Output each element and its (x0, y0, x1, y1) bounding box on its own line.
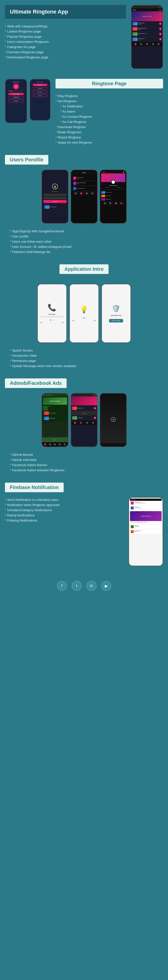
phone-icon: 📞 (48, 304, 56, 312)
feature-sub-item: As Notification (56, 104, 163, 109)
icon-row: AIT (43, 406, 67, 410)
avatar (73, 181, 77, 185)
nav-icon[interactable] (158, 43, 160, 45)
instagram-icon[interactable]: in (86, 581, 96, 591)
skip-label[interactable]: SKIP (40, 322, 42, 323)
nav-icon[interactable] (146, 43, 148, 45)
feature-item: Facebook Native Banner (10, 462, 163, 468)
item-text: Rock Dart dun oun Rock (138, 33, 158, 35)
item-text: Crazy Chicken Funny (138, 38, 158, 40)
as-contact-btn[interactable]: As Contact (33, 91, 47, 93)
nav-icon[interactable] (54, 444, 56, 445)
ringtone-phones: Ringtone Player SET RINGTONE DOWNLOAD RE… (5, 79, 51, 123)
notif-app-icon (131, 525, 134, 528)
nav-icon[interactable] (49, 444, 51, 445)
password-field-mock (43, 197, 67, 199)
act-now-btn[interactable]: ACT NOW (43, 200, 67, 203)
feature-item: Slide with category/url/Rings (5, 24, 126, 29)
nav-icon[interactable] (64, 444, 66, 445)
list-item: Rock Dart dun oun (101, 191, 125, 194)
play-btn[interactable] (94, 407, 96, 409)
nav-icon[interactable] (91, 192, 93, 194)
list-item: Alexander Tablet tro Follow (72, 181, 96, 186)
permission-screen: 🛡️ Everything is okay JOIN CHANNEL (102, 284, 131, 342)
user-profile-phone: ⊕⊕⊕🔋 STEVE MOROKA Followers Following Ro… (100, 170, 127, 224)
youtube-icon[interactable]: ▶ (101, 581, 111, 591)
skip-label[interactable]: SKIP (72, 320, 74, 321)
notif-app-icon (131, 501, 134, 504)
nav-icon[interactable] (109, 202, 111, 204)
player-play-button[interactable] (13, 84, 19, 89)
as-call-btn[interactable]: As Call (33, 94, 47, 97)
play-button[interactable] (159, 38, 162, 40)
nav-icon[interactable] (104, 202, 106, 204)
firebase-content: Send Notiifcation to unlimated users Not… (5, 497, 163, 566)
play-button[interactable] (159, 28, 162, 30)
next-label[interactable]: NEXT (61, 322, 64, 323)
users-profile-section: Users Porofile Please sign in ACT NOW Fa… (0, 150, 168, 259)
report-btn[interactable]: REPORT (8, 100, 24, 102)
list-item: Be Message (71, 415, 97, 420)
nav-icon[interactable] (134, 43, 136, 45)
feature-item: User Account : fb, twittee,instagram,Ema… (10, 244, 163, 249)
ringtone-feature-list: Play Ringtone Set Ringtone : As Notifica… (56, 93, 163, 145)
feature-item: User profile (10, 234, 163, 239)
notif-text: New ringtone categoryExplore now (134, 530, 142, 532)
intro-title-3: Everything is okay (110, 315, 122, 316)
dot-indicator (51, 320, 53, 320)
item-thumb (101, 191, 105, 194)
firebase-header: Firebase Notiifcation (5, 483, 64, 492)
play-button[interactable] (159, 33, 162, 35)
divider (101, 189, 125, 189)
feature-item: Rating Notifications (5, 513, 125, 518)
nav-icon[interactable] (75, 192, 77, 194)
intro-phone-2: 💡 SKIP NEXT (69, 284, 99, 343)
nav-icon[interactable] (115, 202, 117, 204)
nav-icon[interactable] (86, 192, 88, 194)
notification-screen: Notifications Ringtone approvedYour ring… (129, 498, 163, 566)
feature-item: Send Notiifcation to unlimated users (5, 497, 125, 502)
nav-icon[interactable] (44, 444, 46, 445)
play-btn[interactable] (94, 417, 96, 419)
join-channel-btn[interactable]: JOIN CHANNEL (109, 319, 123, 323)
nav-icon[interactable] (86, 422, 88, 424)
thumb (44, 417, 49, 420)
feature-item: Favorites Ringtones page (5, 49, 126, 55)
admob-feature-list: Admob Banner Admob interstitial Facebook… (5, 452, 163, 473)
notif-image: Featured Ringtone (130, 511, 162, 521)
video-play-button[interactable] (111, 417, 116, 422)
admob-phone-1: Ultimate Ringtone App Alexandra Ringtone… (42, 393, 69, 447)
list-item: Rock Dart dun oun (72, 186, 96, 191)
nav-icon[interactable] (120, 202, 122, 204)
feature-item: Set Ringtone : (56, 99, 163, 104)
notif-text: New followerSomeone followed you (134, 506, 142, 509)
signin-prompt: Please sign in (52, 191, 58, 192)
video-ad-screen: ✕ (100, 393, 126, 447)
nav-icon[interactable] (59, 444, 61, 445)
ringtone-player-2: Set Ringtone As As Notification As Alarm… (30, 80, 50, 120)
play-button[interactable] (159, 22, 162, 25)
nav-icon[interactable] (80, 192, 82, 194)
dot-indicator (85, 318, 86, 318)
twitter-icon[interactable]: t (72, 581, 82, 591)
phone-screen-latest: 12:00 Latest ⊕ ⊕ Ringtone Of The Year Fa… (131, 5, 163, 68)
intro-dots (50, 320, 54, 320)
next-label[interactable]: NEXT (93, 320, 96, 321)
nav-icon[interactable] (140, 43, 142, 45)
nav-icon[interactable] (80, 422, 82, 424)
nav-icon[interactable] (92, 422, 94, 424)
download-btn[interactable]: DOWNLOAD (8, 96, 24, 99)
feature-item: Notiifcation when Ringtone approved (5, 502, 125, 508)
facebook-icon[interactable]: f (57, 581, 67, 591)
as-notification-btn[interactable]: As Notification (33, 84, 47, 86)
notif-item: Ringtone approvedYour ringtone has been … (130, 501, 162, 505)
bottom-nav (101, 201, 125, 205)
feature-item: Play Ringtone (56, 93, 163, 99)
nav-icon[interactable] (152, 43, 154, 45)
set-ringtone-btn[interactable]: SET RINGTONE (8, 93, 24, 95)
firebase-phone: Notifications Ringtone approvedYour ring… (128, 497, 163, 566)
as-alarm-btn[interactable]: As Alarm (33, 87, 47, 90)
feature-sub-item: As Contact Ringtone (56, 114, 163, 119)
video-controls: ✕ (100, 443, 126, 447)
nav-icon[interactable] (74, 422, 76, 424)
